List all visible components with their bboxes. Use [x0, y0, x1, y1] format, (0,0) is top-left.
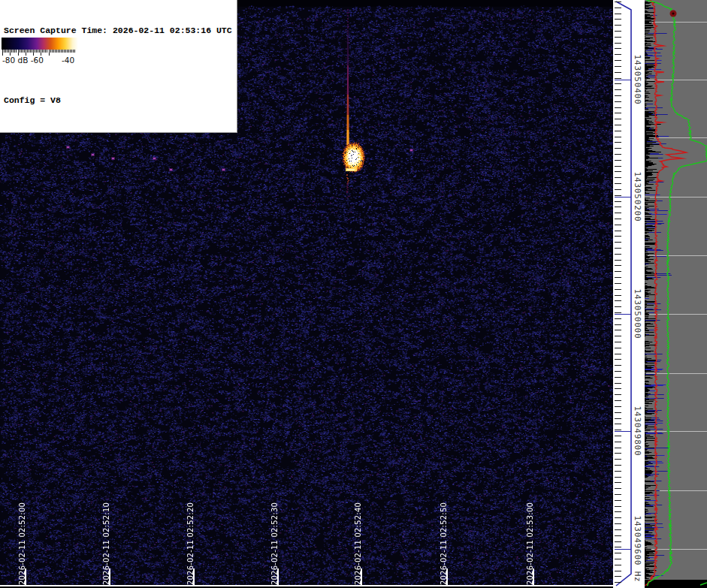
freq-minor-tick — [615, 582, 621, 583]
freq-minor-tick — [615, 418, 621, 419]
color-gradient-bar — [2, 38, 78, 50]
freq-minor-tick — [615, 225, 621, 225]
freq-label: 143049600 Hz — [633, 493, 642, 588]
freq-minor-tick — [615, 465, 621, 466]
legend-tick — [47, 50, 47, 53]
legend-tick — [64, 50, 65, 53]
time-label: 2026-02-11 02:52:40 — [354, 486, 364, 585]
legend-tick — [16, 50, 17, 53]
freq-minor-tick — [615, 213, 621, 213]
freq-minor-tick — [615, 430, 621, 430]
freq-minor-tick — [615, 148, 621, 149]
freq-minor-tick — [615, 60, 621, 61]
freq-minor-tick — [615, 488, 621, 489]
freq-minor-tick — [615, 43, 621, 44]
freq-minor-tick — [615, 459, 621, 460]
freq-major-tick — [615, 549, 631, 550]
legend-tick — [42, 50, 43, 53]
time-label: 2026-02-11 02:52:30 — [270, 486, 280, 585]
freq-minor-tick — [615, 529, 621, 530]
time-label: 2026-02-11 02:52:20 — [186, 486, 196, 585]
legend-tick — [58, 50, 59, 53]
legend-tick — [50, 50, 51, 53]
freq-minor-tick — [615, 383, 621, 384]
spectrum-lab-screen: 2026-02-11 02:52:002026-02-11 02:52:1020… — [0, 0, 707, 588]
freq-minor-tick — [615, 142, 621, 143]
freq-minor-tick — [615, 66, 621, 67]
freq-minor-tick — [615, 119, 621, 119]
time-label: 2026-02-11 02:52:10 — [102, 486, 112, 585]
legend-tick — [71, 50, 72, 53]
freq-minor-tick — [615, 219, 621, 219]
legend-tick — [32, 50, 32, 53]
legend-tick — [49, 50, 50, 56]
freq-minor-tick — [615, 511, 621, 512]
legend-tick — [20, 50, 20, 53]
freq-minor-tick — [615, 160, 621, 161]
freq-minor-tick — [615, 48, 621, 49]
legend-tick — [13, 50, 14, 53]
legend-tick — [4, 50, 5, 53]
freq-minor-tick — [615, 54, 621, 55]
time-tick — [361, 568, 362, 585]
freq-minor-tick — [615, 535, 621, 536]
freq-label: 143049800 — [633, 375, 642, 487]
legend-tick — [62, 50, 63, 53]
freq-minor-tick — [615, 154, 621, 155]
time-tick — [25, 568, 26, 585]
freq-minor-tick — [615, 336, 621, 336]
legend-tick — [74, 50, 75, 53]
legend-tick — [61, 50, 62, 53]
freq-minor-tick — [615, 394, 621, 395]
freq-minor-tick — [615, 231, 621, 231]
legend-tick — [52, 50, 53, 53]
freq-minor-tick — [615, 195, 621, 196]
legend-tick — [55, 50, 56, 53]
spectrum-side-panel — [645, 0, 707, 588]
freq-minor-tick — [615, 342, 621, 342]
legend-tick — [30, 50, 31, 53]
legend-tick — [67, 50, 68, 53]
freq-minor-tick — [615, 248, 621, 249]
legend-tick — [35, 50, 35, 53]
freq-minor-tick — [615, 517, 621, 518]
legend-tick — [2, 50, 3, 56]
freq-minor-tick — [615, 125, 621, 125]
freq-minor-tick — [615, 242, 621, 243]
freq-minor-tick — [615, 300, 621, 301]
freq-minor-tick — [615, 83, 621, 84]
legend-tick — [14, 50, 15, 53]
freq-minor-tick — [615, 365, 621, 366]
legend-tick — [23, 50, 23, 53]
time-tick — [193, 568, 195, 585]
time-tick — [446, 568, 448, 585]
legend-tick — [65, 50, 66, 53]
legend-tick — [39, 50, 40, 53]
freq-minor-tick — [615, 541, 621, 542]
freq-minor-tick — [615, 306, 621, 307]
freq-minor-tick — [615, 113, 621, 113]
freq-minor-tick — [615, 283, 621, 284]
freq-minor-tick — [615, 330, 621, 330]
legend-tick — [26, 50, 26, 56]
time-tick — [277, 568, 279, 585]
freq-minor-tick — [615, 442, 621, 442]
freq-minor-tick — [615, 271, 621, 272]
legend-tick — [11, 50, 12, 53]
time-tick — [533, 568, 534, 585]
freq-minor-tick — [615, 482, 621, 483]
legend-tick — [18, 50, 19, 56]
legend-tick — [53, 50, 54, 53]
legend-tick — [68, 50, 69, 53]
legend-tick — [70, 50, 71, 53]
freq-label: 143050200 — [633, 140, 642, 253]
freq-minor-tick — [615, 171, 621, 172]
legend-tick — [59, 50, 60, 53]
freq-major-tick — [615, 314, 631, 315]
freq-minor-tick — [615, 318, 621, 319]
legend-tick — [36, 50, 37, 53]
freq-minor-tick — [615, 565, 621, 565]
legend-label-right: -40 — [62, 56, 74, 65]
freq-minor-tick — [615, 189, 621, 190]
freq-minor-tick — [615, 72, 621, 73]
